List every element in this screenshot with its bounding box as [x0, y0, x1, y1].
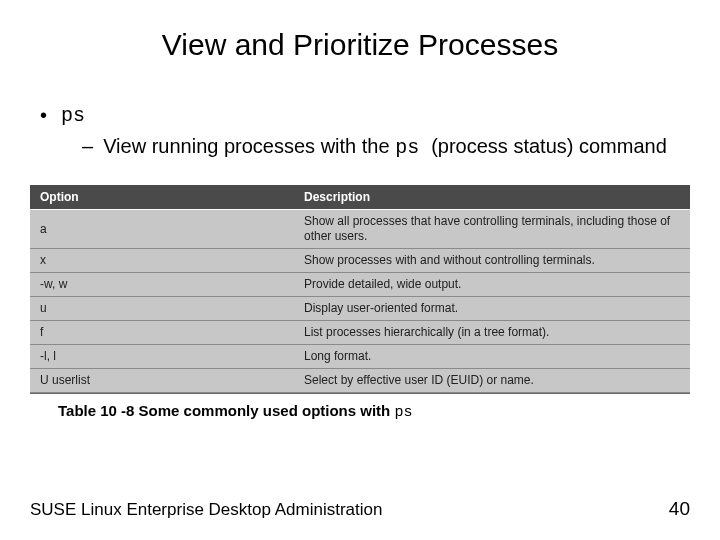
- footer-label: SUSE Linux Enterprise Desktop Administra…: [30, 500, 382, 520]
- footer: SUSE Linux Enterprise Desktop Administra…: [30, 498, 690, 520]
- sub-pre: View running processes with the: [103, 135, 395, 157]
- table-header-row: Option Description: [30, 185, 690, 210]
- sub-post: (process status) command: [431, 135, 667, 157]
- cell-option: U userlist: [30, 369, 294, 393]
- options-table: Option Description a Show all processes …: [30, 185, 690, 393]
- cell-option: x: [30, 249, 294, 273]
- cell-description: Long format.: [294, 345, 690, 369]
- table-row: -l, l Long format.: [30, 345, 690, 369]
- table-row: u Display user-oriented format.: [30, 297, 690, 321]
- table-row: x Show processes with and without contro…: [30, 249, 690, 273]
- cell-option: a: [30, 210, 294, 249]
- cell-description: List processes hierarchically (in a tree…: [294, 321, 690, 345]
- caption-cmd: ps: [394, 404, 412, 421]
- table-row: a Show all processes that have controlli…: [30, 210, 690, 249]
- table-row: U userlist Select by effective user ID (…: [30, 369, 690, 393]
- cell-description: Select by effective user ID (EUID) or na…: [294, 369, 690, 393]
- page-title: View and Prioritize Processes: [0, 28, 720, 62]
- content-area: • ps – View running processes with the p…: [0, 104, 720, 161]
- table-caption: Table 10 -8 Some commonly used options w…: [58, 402, 720, 421]
- cell-option: f: [30, 321, 294, 345]
- caption-label: Table 10 -8 Some commonly used options w…: [58, 402, 394, 419]
- options-table-wrap: Option Description a Show all processes …: [30, 185, 690, 394]
- cell-description: Provide detailed, wide output.: [294, 273, 690, 297]
- bullet-dot: •: [40, 104, 47, 127]
- cell-description: Show processes with and without controll…: [294, 249, 690, 273]
- cell-option: u: [30, 297, 294, 321]
- page-number: 40: [669, 498, 690, 520]
- cell-description: Show all processes that have controlling…: [294, 210, 690, 249]
- sub-bullet-text: View running processes with the ps (proc…: [103, 133, 680, 161]
- cell-description: Display user-oriented format.: [294, 297, 690, 321]
- sub-bullet: – View running processes with the ps (pr…: [30, 133, 690, 161]
- table-row: f List processes hierarchically (in a tr…: [30, 321, 690, 345]
- sub-bullet-dash: –: [82, 133, 93, 160]
- table-row: -w, w Provide detailed, wide output.: [30, 273, 690, 297]
- cell-option: -w, w: [30, 273, 294, 297]
- sub-cmd: ps: [395, 136, 431, 159]
- bullet-label: ps: [61, 104, 85, 127]
- th-option: Option: [30, 185, 294, 210]
- cell-option: -l, l: [30, 345, 294, 369]
- bullet-ps: • ps: [30, 104, 690, 127]
- th-description: Description: [294, 185, 690, 210]
